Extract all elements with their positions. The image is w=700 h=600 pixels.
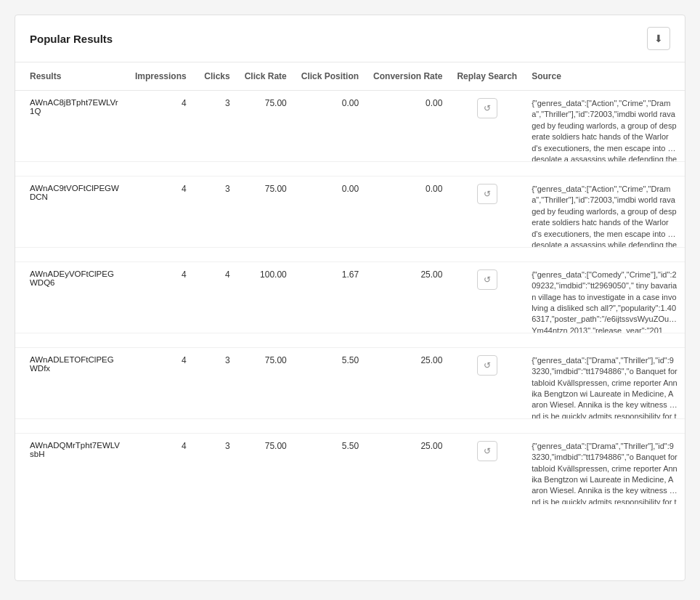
cell-source-4: {"genres_data":["Drama","Thriller"],"id"… (524, 434, 685, 504)
cell-source-3: {"genres_data":["Drama","Thriller"],"id"… (524, 348, 685, 418)
cell-results-0: AWnAC8jBTpht7EWLVr1Q (15, 91, 128, 162)
cell-conv-rate-1: 0.00 (366, 176, 449, 247)
table-header-row: Results Impressions Clicks Click Rate Cl… (15, 62, 685, 91)
row-spacer (15, 161, 685, 176)
results-table: Results Impressions Clicks Click Rate Cl… (15, 62, 685, 504)
replay-button-2[interactable]: ↺ (477, 269, 497, 290)
cell-click-rate-1: 75.00 (237, 176, 294, 247)
cell-source-2: {"genres_data":["Comedy","Crime"],"id":2… (524, 262, 685, 333)
replay-button-3[interactable]: ↺ (477, 355, 497, 376)
cell-replay-2: ↺ (449, 262, 524, 333)
replay-icon: ↺ (484, 275, 491, 285)
cell-conv-rate-4: 25.00 (366, 433, 449, 503)
cell-click-rate-0: 75.00 (237, 91, 294, 162)
col-header-replay-search: Replay Search (449, 62, 524, 91)
col-header-click-rate: Click Rate (237, 62, 294, 91)
cell-click-position-0: 0.00 (294, 91, 366, 162)
cell-results-1: AWnAC9tVOFtClPEGWDCN (15, 176, 128, 247)
card-title: Popular Results (30, 33, 113, 45)
replay-icon: ↺ (484, 103, 491, 113)
cell-impressions-0: 4 (128, 91, 194, 162)
col-header-results: Results (15, 62, 128, 91)
replay-button-0[interactable]: ↺ (477, 98, 497, 118)
replay-button-1[interactable]: ↺ (477, 184, 497, 204)
col-header-click-position: Click Position (294, 62, 366, 91)
col-header-source: Source (524, 62, 685, 91)
cell-click-rate-4: 75.00 (237, 433, 294, 503)
replay-button-4[interactable]: ↺ (477, 441, 497, 461)
table-row: AWnADLETOFtClPEGWDfx 4 3 75.00 5.50 25.0… (15, 347, 685, 418)
cell-click-rate-2: 100.00 (237, 262, 294, 333)
cell-impressions-4: 4 (128, 433, 194, 503)
cell-clicks-0: 3 (194, 91, 237, 162)
cell-source-1: {"genres_data":["Action","Crime","Drama"… (524, 177, 685, 247)
cell-replay-1: ↺ (449, 176, 524, 247)
cell-source-0: {"genres_data":["Action","Crime","Drama"… (524, 91, 685, 161)
cell-replay-4: ↺ (449, 433, 524, 503)
cell-click-position-4: 5.50 (294, 433, 366, 503)
cell-results-4: AWnADQMrTpht7EWLVsbH (15, 433, 128, 503)
col-header-clicks: Clicks (194, 62, 237, 91)
cell-impressions-2: 4 (128, 262, 194, 333)
table-row: AWnADQMrTpht7EWLVsbH 4 3 75.00 5.50 25.0… (15, 433, 685, 503)
cell-click-position-3: 5.50 (294, 347, 366, 418)
card-header: Popular Results ⬇ (15, 15, 685, 62)
replay-icon: ↺ (484, 360, 491, 370)
download-button[interactable]: ⬇ (647, 27, 670, 50)
cell-click-rate-3: 75.00 (237, 347, 294, 418)
row-spacer (15, 418, 685, 433)
row-spacer (15, 333, 685, 347)
cell-conv-rate-3: 25.00 (366, 347, 449, 418)
cell-click-position-1: 0.00 (294, 176, 366, 247)
cell-conv-rate-2: 25.00 (366, 262, 449, 333)
cell-results-3: AWnADLETOFtClPEGWDfx (15, 347, 128, 418)
table-row: AWnAC9tVOFtClPEGWDCN 4 3 75.00 0.00 0.00… (15, 176, 685, 247)
cell-replay-3: ↺ (449, 347, 524, 418)
cell-conv-rate-0: 0.00 (366, 91, 449, 162)
cell-replay-0: ↺ (449, 91, 524, 162)
cell-clicks-2: 4 (194, 262, 237, 333)
download-icon: ⬇ (654, 33, 663, 44)
table-row: AWnADEyVOFtClPEGWDQ6 4 4 100.00 1.67 25.… (15, 262, 685, 333)
row-spacer (15, 247, 685, 262)
col-header-conversion-rate: Conversion Rate (366, 62, 449, 91)
cell-results-2: AWnADEyVOFtClPEGWDQ6 (15, 262, 128, 333)
replay-icon: ↺ (484, 189, 491, 199)
col-header-impressions: Impressions (128, 62, 194, 91)
replay-icon: ↺ (484, 446, 491, 456)
cell-clicks-3: 3 (194, 347, 237, 418)
popular-results-card: Popular Results ⬇ Results Impressions Cl… (15, 15, 685, 581)
cell-clicks-4: 3 (194, 433, 237, 503)
table-row: AWnAC8jBTpht7EWLVr1Q 4 3 75.00 0.00 0.00… (15, 91, 685, 162)
cell-click-position-2: 1.67 (294, 262, 366, 333)
cell-clicks-1: 3 (194, 176, 237, 247)
cell-impressions-3: 4 (128, 347, 194, 418)
cell-impressions-1: 4 (128, 176, 194, 247)
